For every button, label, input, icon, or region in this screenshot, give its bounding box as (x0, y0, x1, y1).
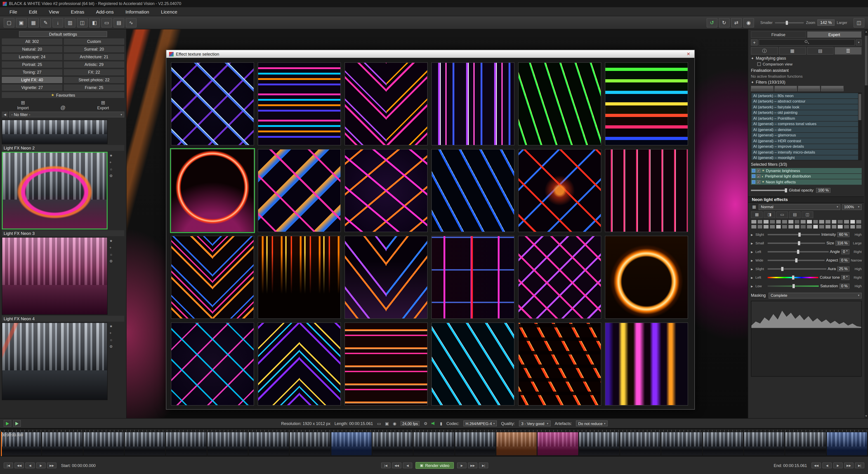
slider-angle-track[interactable] (768, 251, 829, 252)
effect-variant-swatch[interactable] (825, 224, 831, 229)
playhead-marker[interactable] (1, 432, 2, 456)
slider-colour-tone-track[interactable] (768, 277, 818, 278)
category-street-photos-22[interactable]: Street photos: 22 (64, 77, 124, 83)
category-natural-20[interactable]: Natural: 20 (2, 46, 62, 53)
filter-item-ai-artwork-abstract-contour[interactable]: AI (artwork) – abstract contour (751, 99, 858, 104)
texture-chevron-purple-cyan[interactable] (258, 323, 341, 406)
slider-size-track[interactable] (768, 242, 825, 244)
dual-view-icon[interactable]: ▣ (385, 421, 389, 426)
effect-variant-swatch[interactable] (800, 224, 806, 229)
category-surreal-20[interactable]: Surreal: 20 (64, 46, 124, 53)
film-frame[interactable] (662, 432, 702, 455)
effect-variant-swatch[interactable] (794, 219, 800, 224)
transport-button[interactable]: |◀ (4, 463, 13, 468)
search-input[interactable] (758, 39, 855, 46)
tab-settings[interactable]: ☰ (835, 47, 862, 55)
audio-level-icon[interactable]: ▮ (440, 421, 442, 426)
tab-presets[interactable]: ▤ (807, 47, 834, 55)
selected-filter-peripheral-light-distribution[interactable]: ✓◐Peripheral light distribution (751, 174, 862, 179)
category-vignette-27[interactable]: Vignette: 27 (2, 84, 62, 91)
filter-item-ai-general-denoise[interactable]: AI (general) – denoise (751, 127, 858, 132)
effect-variant-swatch[interactable] (819, 224, 825, 229)
filter-item-ai-general-glamorous[interactable]: AI (general) – glamorous (751, 133, 858, 138)
effect-variant-swatch[interactable] (794, 224, 800, 229)
audio-speaker-icon[interactable] (432, 421, 436, 426)
dialog-close-button[interactable]: ✕ (685, 52, 692, 57)
monitor-icon[interactable]: ▭ (101, 18, 112, 27)
zoom-value[interactable]: 142 % (817, 20, 835, 26)
texture-vertical-purple-stripes[interactable] (431, 62, 515, 145)
texture-zigzag-pink[interactable] (518, 236, 601, 319)
scroll-up-icon[interactable]: ▲ (864, 30, 868, 33)
expander-icon[interactable]: ▶ (751, 241, 754, 244)
texture-diamond-cyan-pink[interactable] (171, 323, 254, 406)
texture-horizontal-neon-stripes[interactable] (258, 62, 341, 145)
filter-item-ai-general-moonlight[interactable]: AI (general) – moonlight (751, 155, 858, 160)
add-icon[interactable]: + (110, 160, 113, 164)
film-frame[interactable] (166, 432, 207, 455)
lines-icon[interactable]: ▤ (789, 211, 801, 218)
comparison-view-checkbox[interactable]: Comparison view (751, 62, 862, 66)
effect-variant-swatch[interactable] (856, 219, 862, 224)
effect-variant-swatch[interactable] (807, 224, 812, 229)
texture-red-diagonal-segments[interactable] (518, 323, 601, 406)
slider-value[interactable]: 25 % (837, 266, 849, 271)
scrollbar-thumb[interactable] (859, 94, 861, 120)
transport-button[interactable]: ▶| (855, 463, 864, 468)
transport-button[interactable]: ▶ (833, 463, 843, 468)
menu-file[interactable]: File (4, 8, 23, 15)
pattern-icon[interactable]: ▭ (776, 211, 788, 218)
menu-add-ons[interactable]: Add-ons (90, 8, 120, 15)
menu-view[interactable]: View (43, 8, 65, 15)
play-button[interactable] (4, 420, 11, 427)
variants-icon[interactable]: ☼ (110, 167, 113, 171)
selected-filter-dynamic-brightness[interactable]: ✓☀Dynamic brightness (751, 168, 862, 173)
effect-variant-swatch[interactable] (807, 219, 812, 224)
effect-variant-swatch[interactable] (782, 219, 787, 224)
effect-variant-swatch[interactable] (788, 224, 794, 229)
filter-check-icon[interactable]: ✓ (757, 175, 761, 178)
texture-vertical-glow-bars[interactable] (605, 323, 688, 406)
default-settings-button[interactable]: Default settings (19, 31, 107, 37)
effect-variant-swatch[interactable] (850, 224, 855, 229)
filter-preview-tab[interactable] (774, 86, 797, 91)
favourite-icon[interactable]: ★ (110, 239, 113, 243)
add-icon[interactable]: + (110, 331, 113, 335)
filter-preview-tab[interactable] (751, 86, 774, 91)
effect-variant-swatch[interactable] (813, 219, 818, 224)
slider-handle[interactable] (798, 232, 800, 236)
expander-icon[interactable]: ▶ (751, 259, 754, 262)
window-icon[interactable]: ◫ (802, 211, 813, 218)
direction-icon[interactable]: ◨ (764, 211, 775, 218)
blend-opacity-select[interactable]: 100% ▾ (842, 204, 862, 210)
film-frame[interactable] (744, 432, 784, 455)
camera-icon[interactable]: ◉ (743, 18, 754, 27)
effect-variant-swatch[interactable] (751, 224, 756, 229)
expander-icon[interactable]: ▶ (751, 233, 754, 236)
global-opacity-value[interactable]: 100 % (816, 188, 831, 193)
filter-enabled-icon[interactable] (752, 180, 755, 184)
layout-panels-icon[interactable]: ◫ (854, 18, 864, 27)
slider-saturation-track[interactable] (768, 285, 819, 286)
transport-button[interactable]: ▶| (479, 463, 488, 468)
effect-variant-swatch[interactable] (751, 219, 756, 224)
filter-enabled-icon[interactable] (752, 175, 755, 178)
slider-value[interactable]: 60 % (837, 232, 849, 237)
export-button[interactable]: ⊞ Export (97, 100, 109, 110)
tab-finalise[interactable]: Finalise (751, 31, 806, 38)
filter-item-ai-artwork-old-painting[interactable]: AI (artwork) – old painting (751, 110, 858, 115)
slider-value[interactable]: 0 % (839, 258, 849, 263)
filter-item-ai-artwork-pointillism[interactable]: AI (artwork) – Pointillism (751, 115, 858, 121)
slider-handle[interactable] (792, 275, 794, 279)
variants-icon[interactable]: ☼ (110, 252, 113, 257)
effect-brush-icon[interactable]: ✎ (40, 18, 51, 27)
variants-icon[interactable]: ☼ (110, 338, 113, 342)
effect-variant-swatch[interactable] (844, 224, 849, 229)
film-frame[interactable] (579, 432, 619, 455)
transport-button[interactable]: ◀◀ (14, 463, 24, 468)
texture-diamond-blue[interactable] (171, 62, 254, 145)
category-architecture-21[interactable]: Architecture: 21 (64, 54, 124, 60)
selected-filter-neon-light-effects[interactable]: ✓✦Neon light effects (751, 179, 862, 184)
import-button[interactable]: ⊞ Import (17, 100, 29, 110)
scroll-down-icon[interactable]: ▼ (864, 415, 868, 417)
